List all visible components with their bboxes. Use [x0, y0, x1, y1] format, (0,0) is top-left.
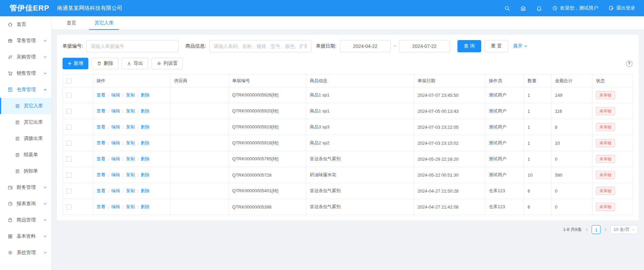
row-action-copy[interactable]: 复制 — [126, 204, 135, 209]
clock-icon — [552, 5, 558, 11]
tab-other-inbound[interactable]: 其它入库 — [89, 16, 119, 30]
row-action-copy[interactable]: 复制 — [126, 140, 135, 145]
date-start-input[interactable]: 2024-04-22 — [340, 40, 391, 52]
row-action-view[interactable]: 查看 — [97, 172, 105, 177]
sidebar-item-warehouse[interactable]: 仓库管理 — [0, 82, 51, 98]
reset-button[interactable]: 重 置 — [485, 40, 508, 52]
sidebar-item-finance[interactable]: 财务管理 — [0, 179, 51, 196]
logout-text: 退出登录 — [616, 5, 635, 11]
table-row: 查看|编辑|复制|删除QTRK00000005398雷达杀虫气雾剂2024-04… — [63, 199, 633, 215]
header-amount: 金额合计 — [551, 74, 592, 87]
table-body: 查看|编辑|复制|删除QTRK00000005926[转]商品1 sp12024… — [63, 87, 633, 215]
row-action-edit[interactable]: 编辑 — [111, 140, 120, 145]
row-action-edit[interactable]: 编辑 — [111, 172, 120, 177]
cell-supplier — [171, 199, 229, 215]
cell-amount: 8 — [551, 119, 592, 135]
delete-button[interactable]: 删除 — [92, 58, 118, 69]
row-action-delete[interactable]: 删除 — [141, 92, 150, 97]
row-action-view[interactable]: 查看 — [97, 124, 105, 129]
action-divider: | — [122, 92, 123, 97]
download-icon — [127, 61, 132, 66]
row-action-edit[interactable]: 编辑 — [111, 204, 120, 209]
sidebar-item-home[interactable]: 首页 — [0, 16, 51, 33]
help-icon[interactable]: ? — [626, 60, 632, 67]
row-action-copy[interactable]: 复制 — [126, 92, 135, 97]
row-action-delete[interactable]: 删除 — [141, 140, 150, 145]
action-divider: | — [122, 108, 123, 113]
sidebar-item-other-inbound[interactable]: 其它入库 — [0, 98, 51, 114]
row-action-delete[interactable]: 删除 — [141, 108, 150, 113]
row-action-edit[interactable]: 编辑 — [111, 188, 120, 193]
bell-icon[interactable] — [536, 5, 542, 11]
row-action-copy[interactable]: 复制 — [126, 172, 135, 177]
sidebar-item-purchase[interactable]: 采购管理 — [0, 49, 51, 65]
row-action-view[interactable]: 查看 — [97, 92, 105, 97]
cell-operator: 仓库123 — [485, 199, 524, 215]
bank-icon[interactable] — [520, 5, 526, 11]
row-checkbox[interactable] — [66, 125, 71, 130]
row-checkbox[interactable] — [66, 109, 71, 114]
row-action-view[interactable]: 查看 — [97, 108, 105, 113]
chevron-down-icon — [43, 235, 47, 238]
row-action-delete[interactable]: 删除 — [141, 188, 150, 193]
sidebar-item-label: 组装单 — [24, 152, 38, 158]
row-checkbox[interactable] — [66, 93, 71, 98]
column-settings-button[interactable]: 列设置 — [152, 58, 183, 69]
sidebar-item-label: 零售管理 — [17, 38, 36, 44]
page-number-1[interactable]: 1 — [592, 225, 601, 234]
row-action-view[interactable]: 查看 — [97, 140, 105, 145]
sidebar-item-transfer-outbound[interactable]: 调拨出库 — [0, 130, 51, 147]
doc-icon — [15, 136, 20, 141]
sidebar-item-products[interactable]: 商品管理 — [0, 212, 51, 228]
sidebar-item-system[interactable]: 系统管理 — [0, 245, 51, 261]
tab-home[interactable]: 首页 — [61, 16, 82, 30]
date-end-input[interactable]: 2024-07-22 — [399, 40, 450, 52]
add-button[interactable]: 新增 — [63, 58, 88, 69]
sidebar-item-label: 财务管理 — [17, 184, 36, 191]
row-checkbox[interactable] — [66, 188, 71, 194]
select-all-checkbox[interactable] — [66, 78, 71, 84]
row-action-copy[interactable]: 复制 — [126, 108, 135, 113]
export-button[interactable]: 导出 — [122, 58, 148, 69]
product-info-input[interactable] — [209, 40, 311, 52]
sidebar-item-disassembly[interactable]: 拆卸单 — [0, 163, 51, 179]
search-button[interactable]: 查 询 — [457, 40, 481, 52]
doc-icon — [15, 152, 20, 158]
row-checkbox[interactable] — [66, 204, 71, 210]
row-action-copy[interactable]: 复制 — [126, 188, 135, 193]
row-action-edit[interactable]: 编辑 — [111, 156, 120, 161]
sidebar-item-assembly[interactable]: 组装单 — [0, 147, 51, 163]
logout-button[interactable]: 退出登录 — [608, 5, 635, 11]
welcome-user[interactable]: 欢迎您，测试用户 — [552, 5, 598, 11]
prev-page-icon[interactable] — [585, 228, 589, 232]
expand-link[interactable]: 展开 — [513, 43, 527, 49]
row-checkbox[interactable] — [66, 173, 71, 178]
row-checkbox[interactable] — [66, 157, 71, 162]
doc-no-label: 单据编号: — [63, 43, 83, 49]
cell-qty: 1 — [524, 151, 552, 167]
row-action-view[interactable]: 查看 — [97, 188, 105, 193]
sidebar-item-reports[interactable]: 报表查询 — [0, 196, 51, 212]
column-settings-label: 列设置 — [163, 60, 178, 67]
row-action-view[interactable]: 查看 — [97, 156, 105, 161]
row-action-delete[interactable]: 删除 — [141, 172, 150, 177]
row-action-edit[interactable]: 编辑 — [111, 124, 120, 129]
row-action-edit[interactable]: 编辑 — [111, 92, 120, 97]
cell-status: 未审核 — [592, 151, 633, 167]
sidebar-item-retail[interactable]: 零售管理 — [0, 33, 51, 49]
row-action-edit[interactable]: 编辑 — [111, 108, 120, 113]
doc-no-input[interactable] — [86, 40, 179, 52]
row-action-delete[interactable]: 删除 — [141, 124, 150, 129]
next-page-icon[interactable] — [604, 228, 607, 232]
row-action-copy[interactable]: 复制 — [126, 156, 135, 161]
sidebar-item-other-outbound[interactable]: 其它出库 — [0, 114, 51, 130]
row-action-view[interactable]: 查看 — [97, 204, 105, 209]
row-action-delete[interactable]: 删除 — [141, 156, 150, 161]
row-action-copy[interactable]: 复制 — [126, 124, 135, 129]
row-checkbox[interactable] — [66, 141, 71, 146]
page-size-select[interactable]: 10 条/页 — [610, 225, 638, 234]
row-action-delete[interactable]: 删除 — [141, 204, 150, 209]
sidebar-item-basic-data[interactable]: 基本资料 — [0, 228, 51, 245]
sidebar-item-sales[interactable]: 销售管理 — [0, 65, 51, 82]
search-icon[interactable] — [504, 5, 510, 11]
